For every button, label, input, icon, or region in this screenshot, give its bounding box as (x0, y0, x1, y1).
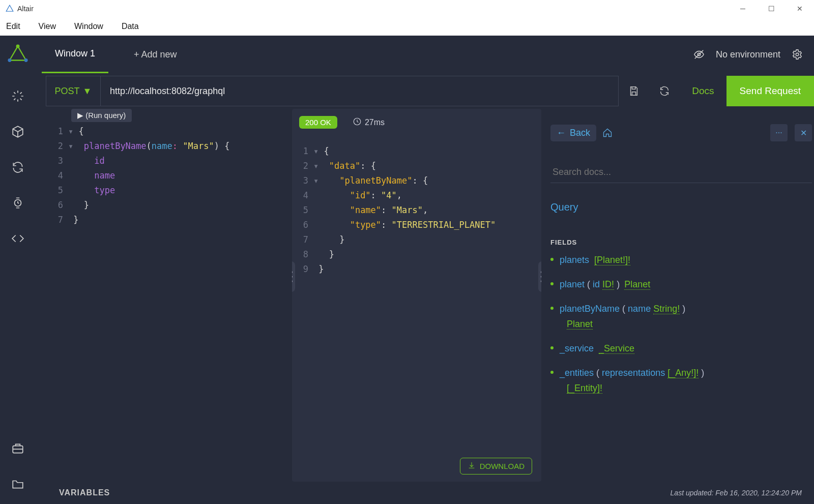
response-status: 200 OK (299, 116, 337, 129)
docs-pane: ← Back ··· ✕ Query FIELDS planets (550, 109, 814, 482)
gear-icon[interactable] (792, 49, 803, 60)
send-request-button[interactable]: Send Request (726, 76, 814, 106)
docs-field[interactable]: _entities ( representations [_Any!]! )[_… (550, 365, 812, 396)
window-controls: ─ ☐ ✕ (729, 0, 814, 17)
arrow-left-icon: ← (557, 128, 566, 138)
search-docs-input[interactable] (550, 162, 812, 183)
docs-back-label: Back (570, 128, 590, 138)
last-updated: Last updated: Feb 16, 2020, 12:24:20 PM (671, 489, 802, 497)
tab-strip: Window 1 + Add new No environment (0, 36, 814, 73)
download-icon (468, 461, 476, 471)
tab-window-1[interactable]: Window 1 (42, 36, 108, 73)
code-icon[interactable] (11, 232, 24, 245)
download-button[interactable]: DOWNLOAD (460, 458, 532, 475)
reload-schema-icon[interactable] (649, 76, 680, 106)
menu-view[interactable]: View (35, 19, 60, 34)
query-editor[interactable]: 1▾ {2▾ planetByName(name: "Mars") {3 id4… (47, 109, 283, 227)
svg-point-4 (8, 58, 11, 62)
environment-label[interactable]: No environment (716, 49, 780, 60)
footer: VARIABLES Last updated: Feb 16, 2020, 12… (36, 482, 814, 504)
app-root: Window 1 + Add new No environment (0, 36, 814, 504)
docs-field[interactable]: planet ( id ID! ) Planet (550, 277, 812, 292)
docs-fields-label: FIELDS (550, 239, 812, 246)
save-icon[interactable] (619, 76, 649, 106)
pane-resize-handle[interactable] (292, 261, 295, 292)
menu-window[interactable]: Window (70, 19, 107, 34)
window-titlebar: Altair ─ ☐ ✕ (0, 0, 814, 17)
docs-field[interactable]: _service _Service (550, 341, 812, 356)
window-title: Altair (17, 5, 34, 13)
svg-point-3 (24, 58, 28, 62)
close-docs-icon[interactable]: ✕ (795, 124, 812, 141)
svg-point-2 (16, 44, 20, 48)
refresh-icon[interactable] (11, 161, 24, 174)
tab-add-new[interactable]: + Add new (121, 36, 190, 73)
docs-type-title[interactable]: Query (550, 201, 812, 213)
more-icon[interactable]: ··· (770, 124, 788, 141)
briefcase-icon[interactable] (11, 442, 24, 455)
altair-logo-icon (5, 4, 14, 13)
http-method-value: POST (55, 86, 80, 97)
variables-toggle[interactable]: VARIABLES (59, 488, 110, 497)
docs-button[interactable]: Docs (680, 76, 726, 106)
response-pane: 200 OK 27ms 1▾ {2▾ "data": {3▾ "planetBy… (292, 109, 541, 482)
app-menu: Edit View Window Data (0, 17, 814, 36)
docs-field[interactable]: planets [Planet!]! (550, 252, 812, 268)
action-bar: POST ▼ Docs Send Request (36, 73, 814, 109)
pane-resize-handle[interactable] (538, 261, 541, 292)
run-query-button[interactable]: ▶ (Run query) (71, 109, 132, 122)
svg-marker-0 (6, 5, 13, 11)
response-viewer[interactable]: 1▾ {2▾ "data": {3▾ "planetByName": {4 "i… (292, 129, 541, 277)
altair-brand-icon (6, 43, 30, 66)
folder-icon[interactable] (11, 478, 24, 491)
window-minimize[interactable]: ─ (729, 0, 757, 17)
window-maximize[interactable]: ☐ (757, 0, 786, 17)
http-method-select[interactable]: POST ▼ (46, 76, 101, 106)
window-close[interactable]: ✕ (786, 0, 814, 17)
eye-off-icon (693, 49, 705, 60)
docs-field[interactable]: planetByName ( name String! )Planet (550, 301, 812, 332)
docs-back-button[interactable]: ← Back (550, 125, 596, 141)
url-input[interactable] (101, 76, 619, 106)
menu-data[interactable]: Data (118, 19, 143, 34)
watch-icon[interactable] (11, 196, 24, 210)
svg-point-7 (796, 53, 799, 56)
query-pane: ▶ (Run query) 1▾ {2▾ planetByName(name: … (47, 109, 283, 482)
home-icon[interactable] (602, 128, 613, 138)
download-label: DOWNLOAD (480, 462, 525, 470)
response-duration: 27ms (365, 118, 385, 127)
svg-marker-1 (10, 46, 26, 61)
loading-icon[interactable] (11, 90, 24, 103)
side-rail (0, 73, 36, 504)
chevron-down-icon: ▼ (83, 86, 92, 97)
cube-icon[interactable] (11, 125, 24, 138)
menu-edit[interactable]: Edit (2, 19, 24, 34)
clock-icon (353, 117, 362, 128)
